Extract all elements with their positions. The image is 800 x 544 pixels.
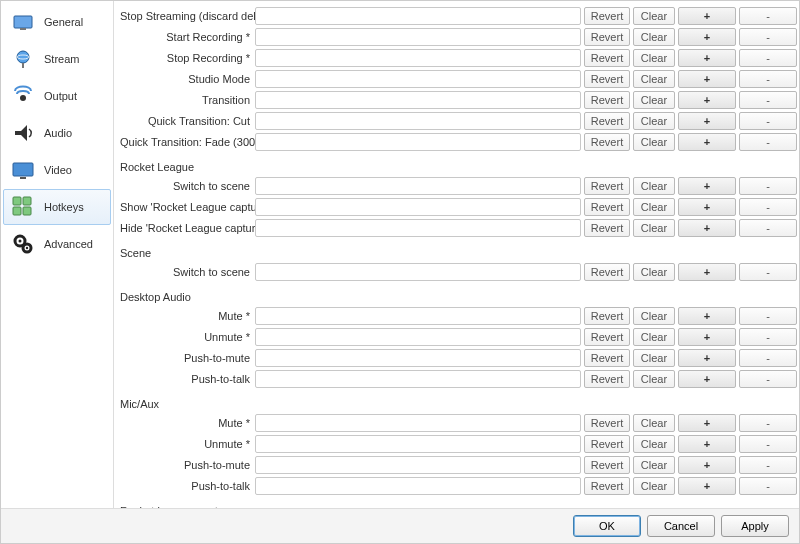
add-binding-button[interactable]: + — [678, 177, 736, 195]
sidebar-item-hotkeys[interactable]: Hotkeys — [3, 189, 111, 225]
hotkey-input[interactable] — [255, 219, 581, 237]
remove-binding-button[interactable]: - — [739, 112, 797, 130]
revert-button[interactable]: Revert — [584, 133, 630, 151]
clear-button[interactable]: Clear — [633, 456, 675, 474]
sidebar-item-audio[interactable]: Audio — [3, 115, 111, 151]
revert-button[interactable]: Revert — [584, 112, 630, 130]
revert-button[interactable]: Revert — [584, 263, 630, 281]
apply-button[interactable]: Apply — [721, 515, 789, 537]
revert-button[interactable]: Revert — [584, 456, 630, 474]
add-binding-button[interactable]: + — [678, 49, 736, 67]
revert-button[interactable]: Revert — [584, 28, 630, 46]
remove-binding-button[interactable]: - — [739, 477, 797, 495]
add-binding-button[interactable]: + — [678, 28, 736, 46]
hotkey-input[interactable] — [255, 328, 581, 346]
add-binding-button[interactable]: + — [678, 91, 736, 109]
clear-button[interactable]: Clear — [633, 133, 675, 151]
clear-button[interactable]: Clear — [633, 414, 675, 432]
clear-button[interactable]: Clear — [633, 349, 675, 367]
sidebar-item-video[interactable]: Video — [3, 152, 111, 188]
add-binding-button[interactable]: + — [678, 198, 736, 216]
revert-button[interactable]: Revert — [584, 219, 630, 237]
revert-button[interactable]: Revert — [584, 307, 630, 325]
add-binding-button[interactable]: + — [678, 349, 736, 367]
clear-button[interactable]: Clear — [633, 219, 675, 237]
add-binding-button[interactable]: + — [678, 435, 736, 453]
clear-button[interactable]: Clear — [633, 328, 675, 346]
revert-button[interactable]: Revert — [584, 70, 630, 88]
add-binding-button[interactable]: + — [678, 477, 736, 495]
add-binding-button[interactable]: + — [678, 112, 736, 130]
remove-binding-button[interactable]: - — [739, 198, 797, 216]
clear-button[interactable]: Clear — [633, 198, 675, 216]
remove-binding-button[interactable]: - — [739, 7, 797, 25]
hotkey-input[interactable] — [255, 177, 581, 195]
add-binding-button[interactable]: + — [678, 456, 736, 474]
sidebar-item-output[interactable]: Output — [3, 78, 111, 114]
remove-binding-button[interactable]: - — [739, 414, 797, 432]
clear-button[interactable]: Clear — [633, 435, 675, 453]
sidebar-item-advanced[interactable]: Advanced — [3, 226, 111, 262]
add-binding-button[interactable]: + — [678, 133, 736, 151]
remove-binding-button[interactable]: - — [739, 28, 797, 46]
cancel-button[interactable]: Cancel — [647, 515, 715, 537]
hotkey-input[interactable] — [255, 198, 581, 216]
add-binding-button[interactable]: + — [678, 263, 736, 281]
hotkey-input[interactable] — [255, 477, 581, 495]
hotkey-input[interactable] — [255, 456, 581, 474]
hotkey-input[interactable] — [255, 91, 581, 109]
remove-binding-button[interactable]: - — [739, 370, 797, 388]
hotkey-input[interactable] — [255, 7, 581, 25]
clear-button[interactable]: Clear — [633, 70, 675, 88]
hotkey-input[interactable] — [255, 414, 581, 432]
hotkey-input[interactable] — [255, 133, 581, 151]
remove-binding-button[interactable]: - — [739, 70, 797, 88]
revert-button[interactable]: Revert — [584, 49, 630, 67]
revert-button[interactable]: Revert — [584, 414, 630, 432]
remove-binding-button[interactable]: - — [739, 177, 797, 195]
remove-binding-button[interactable]: - — [739, 456, 797, 474]
hotkey-input[interactable] — [255, 307, 581, 325]
remove-binding-button[interactable]: - — [739, 49, 797, 67]
remove-binding-button[interactable]: - — [739, 435, 797, 453]
hotkey-input[interactable] — [255, 70, 581, 88]
revert-button[interactable]: Revert — [584, 198, 630, 216]
clear-button[interactable]: Clear — [633, 370, 675, 388]
remove-binding-button[interactable]: - — [739, 91, 797, 109]
revert-button[interactable]: Revert — [584, 91, 630, 109]
remove-binding-button[interactable]: - — [739, 307, 797, 325]
revert-button[interactable]: Revert — [584, 7, 630, 25]
clear-button[interactable]: Clear — [633, 112, 675, 130]
add-binding-button[interactable]: + — [678, 219, 736, 237]
revert-button[interactable]: Revert — [584, 370, 630, 388]
hotkey-input[interactable] — [255, 435, 581, 453]
clear-button[interactable]: Clear — [633, 307, 675, 325]
add-binding-button[interactable]: + — [678, 370, 736, 388]
revert-button[interactable]: Revert — [584, 477, 630, 495]
add-binding-button[interactable]: + — [678, 70, 736, 88]
clear-button[interactable]: Clear — [633, 177, 675, 195]
add-binding-button[interactable]: + — [678, 414, 736, 432]
clear-button[interactable]: Clear — [633, 477, 675, 495]
hotkey-input[interactable] — [255, 263, 581, 281]
clear-button[interactable]: Clear — [633, 263, 675, 281]
remove-binding-button[interactable]: - — [739, 263, 797, 281]
clear-button[interactable]: Clear — [633, 49, 675, 67]
sidebar-item-general[interactable]: General — [3, 4, 111, 40]
hotkey-input[interactable] — [255, 112, 581, 130]
hotkey-input[interactable] — [255, 349, 581, 367]
hotkey-input[interactable] — [255, 49, 581, 67]
clear-button[interactable]: Clear — [633, 7, 675, 25]
clear-button[interactable]: Clear — [633, 91, 675, 109]
sidebar-item-stream[interactable]: Stream — [3, 41, 111, 77]
remove-binding-button[interactable]: - — [739, 133, 797, 151]
remove-binding-button[interactable]: - — [739, 328, 797, 346]
ok-button[interactable]: OK — [573, 515, 641, 537]
hotkey-input[interactable] — [255, 370, 581, 388]
add-binding-button[interactable]: + — [678, 328, 736, 346]
add-binding-button[interactable]: + — [678, 307, 736, 325]
hotkey-input[interactable] — [255, 28, 581, 46]
remove-binding-button[interactable]: - — [739, 219, 797, 237]
revert-button[interactable]: Revert — [584, 328, 630, 346]
clear-button[interactable]: Clear — [633, 28, 675, 46]
